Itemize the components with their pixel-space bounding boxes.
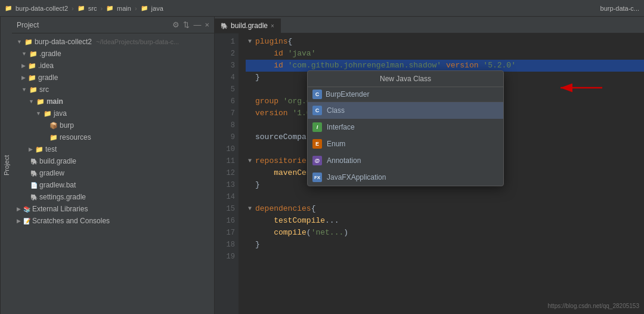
tab-label: build.gradle	[231, 21, 268, 30]
tree-content[interactable]: ▼ 📁 burp-data-collect2 ~/IdeaProjects/bu…	[12, 33, 214, 314]
root-path: ~/IdeaProjects/burp-data-c...	[96, 38, 179, 45]
tree-icon-expand[interactable]: ⇅	[183, 20, 190, 29]
java-label: java	[54, 109, 67, 118]
main-folder-icon-tree: 📁	[36, 98, 45, 106]
gradlew-label: gradlew	[39, 169, 64, 177]
code-line-2: id 'java'	[246, 48, 644, 60]
tab-build-gradle[interactable]: 🐘 build.gradle ×	[215, 19, 281, 33]
scratches-label: Scratches and Consoles	[32, 217, 110, 225]
interface-icon: I	[312, 122, 322, 132]
root-folder-icon: 📁	[24, 38, 33, 46]
tree-build-gradle[interactable]: 🐘 build.gradle	[12, 155, 214, 167]
code-line-19	[246, 251, 644, 263]
title-bar: 📁 burp-data-collect2 › 📁 src › 📁 main › …	[0, 0, 644, 17]
ext-libs-icon: 📚	[23, 206, 30, 213]
code-line-15: ▼ dependencies {	[246, 203, 644, 215]
tree-root[interactable]: ▼ 📁 burp-data-collect2 ~/IdeaProjects/bu…	[12, 36, 214, 48]
idea-chevron: ▶	[21, 63, 26, 69]
code-line-1: ▼ plugins {	[246, 36, 644, 48]
tree-header-title: Project	[17, 21, 170, 29]
gradle2-chevron: ▶	[21, 75, 26, 81]
gradle-folder-icon: 📁	[29, 50, 38, 58]
title-main: main	[117, 5, 131, 12]
resources-folder-icon: 📁	[49, 134, 58, 141]
tree-header-icons: ⚙ ⇅ — ×	[172, 20, 209, 29]
popup-item-annotation[interactable]: @ Annotation	[308, 152, 503, 169]
scratches-chevron: ▶	[17, 218, 21, 224]
code-line-14	[246, 191, 644, 203]
class-label: Class	[327, 106, 345, 115]
fold-arrow-11: ▼	[246, 155, 254, 167]
tree-external-libs[interactable]: ▶ 📚 External Libraries	[12, 203, 214, 215]
enum-icon: E	[312, 139, 322, 149]
tree-icon-close[interactable]: ×	[205, 20, 209, 29]
fold-arrow-1: ▼	[246, 36, 254, 48]
src-chevron: ▼	[21, 87, 27, 93]
main-label: main	[47, 97, 63, 106]
line-numbers: 12345 678910 1112131415 16171819	[215, 33, 239, 314]
test-chevron: ▶	[29, 146, 33, 152]
popup-class-name-input[interactable]	[326, 90, 499, 98]
title-java: java	[151, 5, 163, 12]
main-chevron: ▼	[29, 98, 34, 104]
tree-main-folder[interactable]: ▼ 📁 main	[12, 96, 214, 107]
gradle-chevron: ▼	[21, 51, 27, 57]
popup-item-enum[interactable]: E Enum	[308, 136, 503, 152]
editor-tabs: 🐘 build.gradle ×	[215, 17, 644, 33]
popup-input-icon: C	[312, 90, 322, 99]
code-line-17: compile('net...)	[246, 227, 644, 239]
tree-settings-gradle[interactable]: 🐘 settings.gradle	[12, 191, 214, 203]
root-chevron: ▼	[17, 39, 22, 45]
javafx-label: JavaFXApplication	[327, 173, 386, 181]
java-folder-icon: 📁	[141, 5, 148, 11]
tree-icon-settings[interactable]: ⚙	[172, 20, 179, 29]
tab-close-btn[interactable]: ×	[271, 23, 274, 29]
title-src: src	[88, 5, 97, 12]
tree-icon-collapse[interactable]: —	[193, 20, 201, 29]
burp-package-icon: 📦	[49, 122, 58, 130]
build-gradle-icon: 🐘	[30, 158, 38, 165]
popup-item-javafx[interactable]: FX JavaFXApplication	[308, 169, 503, 186]
tree-scratches[interactable]: ▶ 📝 Scratches and Consoles	[12, 215, 214, 227]
new-java-class-popup[interactable]: New Java Class C C Class I Interface	[307, 70, 504, 186]
tree-resources-folder[interactable]: ▶ 📁 resources	[12, 131, 214, 143]
tree-gradlew[interactable]: 🐘 gradlew	[12, 167, 214, 179]
popup-item-interface[interactable]: I Interface	[308, 119, 503, 136]
fold-arrow-15: ▼	[246, 203, 254, 215]
interface-label: Interface	[327, 123, 355, 131]
tree-src-folder[interactable]: ▼ 📁 src	[12, 84, 214, 96]
src-folder-icon: 📁	[78, 5, 85, 11]
java-chevron: ▼	[36, 110, 41, 116]
popup-input-row[interactable]: C	[308, 87, 503, 102]
annotation-icon: @	[312, 156, 322, 165]
project-tree: Project ⚙ ⇅ — × ▼ 📁 burp-data-collect2 ~…	[12, 17, 215, 314]
idea-folder-icon: 📁	[28, 62, 36, 70]
main-layout: Project Project ⚙ ⇅ — × ▼ 📁 burp-data-co…	[0, 17, 644, 314]
gradle-label: .gradle	[39, 50, 61, 58]
title-project: burp-data-collect2	[16, 5, 68, 12]
tree-java-folder[interactable]: ▼ 📁 java	[12, 107, 214, 119]
javafx-icon: FX	[312, 173, 322, 182]
tree-gradlew-bat[interactable]: 📄 gradlew.bat	[12, 179, 214, 191]
settings-gradle-icon: 🐘	[30, 194, 38, 201]
popup-item-class[interactable]: C Class	[308, 102, 503, 119]
resources-label: resources	[60, 133, 91, 141]
annotation-label: Annotation	[327, 156, 361, 165]
code-line-3: id 'com.github.johnrengelman.shadow' ver…	[246, 60, 644, 72]
gradle2-label: gradle	[38, 73, 58, 82]
tree-idea-folder[interactable]: ▶ 📁 .idea	[12, 60, 214, 72]
tree-gradle2-folder[interactable]: ▶ 📁 gradle	[12, 72, 214, 84]
class-icon: C	[312, 106, 322, 115]
ext-libs-label: External Libraries	[32, 205, 88, 213]
src-label: src	[39, 85, 49, 94]
tree-gradle-folder[interactable]: ▼ 📁 .gradle	[12, 48, 214, 60]
title-right: burp-data-c...	[600, 5, 639, 12]
tree-burp-package[interactable]: ▶ 📦 burp	[12, 119, 214, 131]
src-folder-icon-tree: 📁	[29, 86, 38, 94]
code-line-18: }	[246, 239, 644, 251]
idea-label: .idea	[38, 61, 54, 70]
build-gradle-label: build.gradle	[39, 157, 76, 165]
ext-libs-chevron: ▶	[17, 206, 21, 212]
tree-test-folder[interactable]: ▶ 📁 test	[12, 143, 214, 155]
test-folder-icon: 📁	[35, 146, 44, 153]
